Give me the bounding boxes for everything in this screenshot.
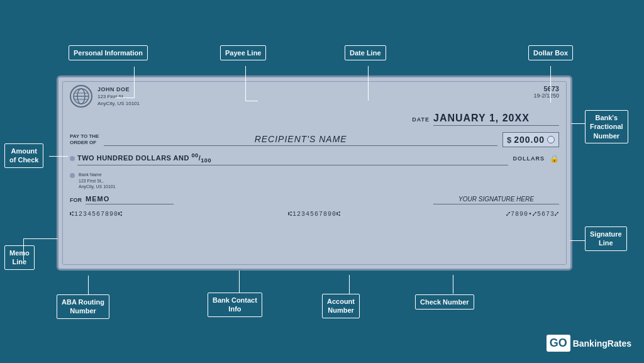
- label-personal-information: Personal Information: [69, 45, 148, 60]
- connector-memo-v: [23, 238, 24, 260]
- globe-icon: [70, 85, 92, 108]
- check-name: JOHN DOE: [97, 86, 140, 94]
- for-label: FOR: [70, 197, 82, 203]
- dollars-label: DOLLARS: [513, 155, 545, 162]
- bank-address: 123 First St.,AnyCity, US 10101: [79, 179, 116, 189]
- lock-icon: 🔒: [550, 154, 559, 163]
- written-amount-dot: [70, 156, 75, 161]
- connector-amount: [49, 156, 68, 157]
- label-date-line: Date Line: [345, 45, 386, 60]
- payee-row: PAY TO THEORDER OF RECIPIENT'S NAME $ 20…: [70, 132, 559, 147]
- date-value: JANUARY 1, 20XX: [433, 113, 559, 126]
- micr-row: ⑆1234567890⑆ ⑆1234567890⑆ ⑇7890•⑇5673⑇: [70, 211, 559, 218]
- signature-line: YOUR SIGNATURE HERE: [433, 196, 559, 204]
- micr-check: ⑇7890•⑇5673⑇: [506, 211, 559, 218]
- connector-payee-h: [245, 101, 258, 101]
- logo-area: GO BankingRates: [547, 335, 631, 352]
- connector-dollar-box: [550, 66, 551, 103]
- label-memo-line: MemoLine: [4, 245, 35, 270]
- dollar-sign: $: [507, 135, 511, 145]
- payee-name: RECIPIENT'S NAME: [104, 134, 497, 146]
- connector-sig-h: [570, 240, 586, 241]
- logo-banking-rates: BankingRates: [573, 338, 631, 349]
- bank-name: Bank Name: [79, 172, 102, 177]
- label-amount-of-check: Amountof Check: [4, 143, 43, 168]
- label-aba-routing: ABA RoutingNumber: [57, 294, 109, 319]
- pay-to-label: PAY TO THEORDER OF: [70, 133, 99, 147]
- connector-date: [368, 66, 369, 101]
- connector-personal-info-h: [115, 98, 134, 98]
- label-signature-line: SignatureLine: [585, 226, 627, 251]
- dollar-circle: [547, 136, 555, 143]
- bank-info-row: Bank Name 123 First St.,AnyCity, US 1010…: [70, 172, 559, 190]
- connector-personal-info: [134, 67, 135, 98]
- connector-account-v: [349, 275, 350, 294]
- label-bank-contact: Bank ContactInfo: [208, 293, 262, 317]
- check-address2: AnyCity, US 10101: [97, 100, 140, 107]
- connector-fractional: [571, 123, 585, 124]
- connector-check-num-v: [453, 275, 453, 294]
- label-dollar-box: Dollar Box: [528, 45, 573, 60]
- check-number: 5673: [533, 85, 559, 92]
- date-label: DATE: [412, 116, 430, 123]
- connector-memo-h: [23, 238, 58, 239]
- written-amount: TWO HUNDRED DOLLARS AND 00/100: [77, 152, 508, 165]
- check: JOHN DOE 123 First St., AnyCity, US 1010…: [57, 75, 572, 271]
- check-number-area: 5673 19-2/1250: [533, 85, 559, 99]
- logo-go: GO: [547, 335, 570, 352]
- date-line-row: DATE JANUARY 1, 20XX: [70, 113, 559, 126]
- memo-section: FOR MEMO: [70, 195, 174, 204]
- connector-payee: [245, 66, 246, 101]
- bank-info-text: Bank Name 123 First St.,AnyCity, US 1010…: [79, 172, 116, 190]
- check-name-address: JOHN DOE 123 First St., AnyCity, US 1010…: [97, 86, 140, 108]
- connector-aba-v: [88, 276, 89, 294]
- dollar-box: $ 200.00: [502, 132, 559, 147]
- check-top-row: JOHN DOE 123 First St., AnyCity, US 1010…: [70, 85, 559, 108]
- micr-routing: ⑆1234567890⑆: [70, 211, 123, 218]
- memo-line: MEMO: [86, 195, 174, 204]
- check-container: JOHN DOE 123 First St., AnyCity, US 1010…: [57, 75, 572, 271]
- written-amount-row: TWO HUNDRED DOLLARS AND 00/100 DOLLARS 🔒: [70, 152, 559, 165]
- check-address1: 123 First St.,: [97, 93, 140, 100]
- fractional-number: 19-2/1250: [533, 92, 559, 99]
- memo-sig-row: FOR MEMO YOUR SIGNATURE HERE: [70, 195, 559, 204]
- bank-info-dot: [70, 173, 75, 178]
- label-account-number: AccountNumber: [322, 294, 360, 318]
- label-banks-fractional: Bank'sFractionalNumber: [585, 110, 628, 143]
- micr-bank: ⑆1234567890⑆: [288, 211, 341, 218]
- label-payee-line: Payee Line: [220, 45, 266, 60]
- label-check-number: Check Number: [415, 294, 474, 310]
- connector-bank-contact-v: [239, 271, 240, 293]
- amount-value: 200.00: [514, 135, 545, 145]
- check-logo-name: JOHN DOE 123 First St., AnyCity, US 1010…: [70, 85, 140, 108]
